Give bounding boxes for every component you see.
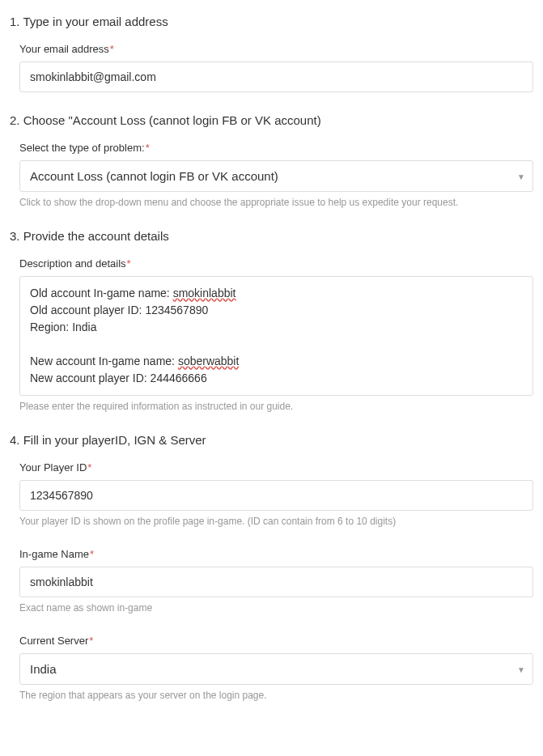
required-asterisk: * (127, 257, 131, 270)
player-id-hint: Your player ID is shown on the profile p… (19, 516, 533, 527)
email-label: Your email address* (19, 43, 533, 55)
required-asterisk: * (110, 43, 114, 55)
ign-label: In-game Name* (19, 548, 533, 560)
ign-field[interactable] (19, 567, 533, 597)
required-asterisk: * (89, 635, 93, 647)
description-field[interactable]: Old account In-game name: smokinlabbit O… (19, 276, 533, 396)
description-label: Description and details* (19, 257, 533, 270)
server-label-text: Current Server (19, 635, 88, 647)
step4-heading: 4. Fill in your playerID, IGN & Server (10, 433, 533, 447)
player-id-label: Your Player ID* (19, 461, 533, 474)
spellcheck-underline: smokinlabbit (173, 287, 236, 299)
player-id-label-text: Your Player ID (19, 461, 87, 474)
server-hint: The region that appears as your server o… (19, 690, 533, 701)
step2-heading: 2. Choose "Account Loss (cannot login FB… (10, 113, 533, 127)
problem-type-label: Select the type of problem:* (19, 142, 533, 154)
ign-label-text: In-game Name (19, 548, 89, 560)
player-id-field[interactable] (19, 480, 533, 511)
problem-type-select[interactable]: Account Loss (cannot login FB or VK acco… (19, 160, 533, 192)
problem-type-label-text: Select the type of problem: (19, 142, 145, 154)
description-hint: Please enter the required information as… (19, 401, 533, 412)
ign-hint: Exact name as shown in-game (19, 602, 533, 614)
server-label: Current Server* (19, 635, 533, 647)
spellcheck-underline: soberwabbit (178, 355, 240, 367)
server-select[interactable]: India (19, 653, 533, 685)
step3-heading: 3. Provide the account details (10, 229, 533, 243)
required-asterisk: * (146, 142, 150, 154)
step1-heading: 1. Type in your email address (10, 15, 533, 28)
email-label-text: Your email address (19, 43, 109, 55)
email-field[interactable] (19, 62, 533, 92)
required-asterisk: * (90, 548, 94, 560)
description-label-text: Description and details (19, 257, 126, 270)
problem-type-hint: Click to show the drop-down menu and cho… (19, 197, 533, 208)
required-asterisk: * (87, 461, 91, 474)
